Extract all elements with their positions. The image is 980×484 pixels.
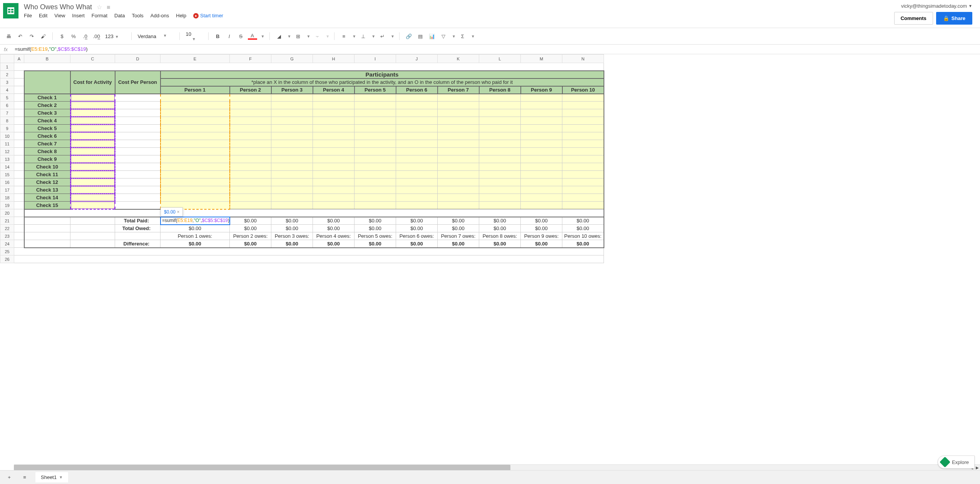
person3-cell-5[interactable] <box>271 125 313 132</box>
print-icon[interactable]: 🖶 <box>4 32 13 41</box>
person6-cell-6[interactable] <box>396 132 438 140</box>
person10-cell-11[interactable] <box>562 171 604 179</box>
cost-activity-cell-13[interactable] <box>70 186 115 194</box>
menu-view[interactable]: View <box>54 13 65 18</box>
cost-person-cell-6[interactable] <box>115 132 161 140</box>
person6-cell-15[interactable] <box>396 202 438 209</box>
person9-cell-4[interactable] <box>521 117 562 125</box>
cost-person-cell-4[interactable] <box>115 117 161 125</box>
person3-cell-9[interactable] <box>271 155 313 163</box>
person5-cell-13[interactable] <box>355 186 396 194</box>
person1-cell-11[interactable] <box>161 171 230 179</box>
person3-cell-3[interactable] <box>271 109 313 117</box>
person10-cell-2[interactable] <box>562 102 604 109</box>
person2-cell-15[interactable] <box>230 202 271 209</box>
difference-person-5[interactable]: $0.00 <box>355 240 396 248</box>
total-owed-person-10[interactable]: $0.00 <box>562 225 604 232</box>
person5-cell-1[interactable] <box>355 94 396 102</box>
col-header-M[interactable]: M <box>521 55 562 63</box>
person7-cell-3[interactable] <box>438 109 479 117</box>
cost-person-cell-2[interactable] <box>115 102 161 109</box>
person4-cell-15[interactable] <box>313 202 355 209</box>
font-select[interactable]: Verdana▼ <box>136 33 175 40</box>
row-header-11[interactable]: 11 <box>0 140 14 148</box>
col-header-N[interactable]: N <box>562 55 604 63</box>
total-owed-person-6[interactable]: $0.00 <box>396 225 438 232</box>
difference-person-3[interactable]: $0.00 <box>271 240 313 248</box>
person5-cell-9[interactable] <box>355 155 396 163</box>
col-header-H[interactable]: H <box>313 55 355 63</box>
decrease-decimal-icon[interactable]: .0̲ <box>80 32 90 41</box>
person10-cell-13[interactable] <box>562 186 604 194</box>
text-color-dropdown[interactable]: ▼ <box>261 34 265 38</box>
person8-cell-6[interactable] <box>479 132 521 140</box>
row-header-8[interactable]: 8 <box>0 117 14 125</box>
person7-cell-12[interactable] <box>438 179 479 186</box>
valign-icon[interactable]: ⊥ <box>358 32 368 41</box>
filter-icon[interactable]: ▽ <box>439 32 448 41</box>
person3-cell-7[interactable] <box>271 140 313 148</box>
person2-cell-13[interactable] <box>230 186 271 194</box>
person2-cell-9[interactable] <box>230 155 271 163</box>
total-owed-person-4[interactable]: $0.00 <box>313 225 355 232</box>
col-header-L[interactable]: L <box>479 55 521 63</box>
col-header-B[interactable]: B <box>24 55 70 63</box>
person4-cell-4[interactable] <box>313 117 355 125</box>
person7-cell-9[interactable] <box>438 155 479 163</box>
percent-icon[interactable]: % <box>69 32 78 41</box>
person8-cell-13[interactable] <box>479 186 521 194</box>
total-paid-person-8[interactable]: $0.00 <box>479 217 521 225</box>
person6-cell-13[interactable] <box>396 186 438 194</box>
person1-cell-8[interactable] <box>161 148 230 155</box>
chart-icon[interactable]: 📊 <box>427 32 436 41</box>
person1-cell-7[interactable] <box>161 140 230 148</box>
person9-cell-9[interactable] <box>521 155 562 163</box>
redo-icon[interactable]: ↷ <box>27 32 36 41</box>
folder-icon[interactable]: ■ <box>107 4 110 11</box>
person4-cell-10[interactable] <box>313 163 355 171</box>
person6-cell-9[interactable] <box>396 155 438 163</box>
text-color-icon[interactable]: A <box>248 33 257 40</box>
col-header-C[interactable]: C <box>70 55 115 63</box>
person3-cell-10[interactable] <box>271 163 313 171</box>
menu-addons[interactable]: Add-ons <box>151 13 169 18</box>
comment-icon[interactable]: ▤ <box>416 32 425 41</box>
cost-person-cell-15[interactable] <box>115 202 161 209</box>
person10-cell-10[interactable] <box>562 163 604 171</box>
person10-cell-9[interactable] <box>562 155 604 163</box>
person5-cell-12[interactable] <box>355 179 396 186</box>
person4-cell-9[interactable] <box>313 155 355 163</box>
person7-cell-8[interactable] <box>438 148 479 155</box>
col-header-F[interactable]: F <box>230 55 271 63</box>
row-header-20[interactable]: 20 <box>0 209 14 217</box>
row-header-21[interactable]: 21 <box>0 217 14 225</box>
row-header-23[interactable]: 23 <box>0 232 14 240</box>
cost-activity-cell-5[interactable] <box>70 125 115 132</box>
cost-activity-cell-9[interactable] <box>70 155 115 163</box>
person1-cell-2[interactable] <box>161 102 230 109</box>
person2-cell-5[interactable] <box>230 125 271 132</box>
cost-person-cell-11[interactable] <box>115 171 161 179</box>
person4-cell-8[interactable] <box>313 148 355 155</box>
cost-person-cell-10[interactable] <box>115 163 161 171</box>
col-header-J[interactable]: J <box>396 55 438 63</box>
person7-cell-15[interactable] <box>438 202 479 209</box>
person6-cell-4[interactable] <box>396 117 438 125</box>
spreadsheet-grid[interactable]: A B C D E F G H I J K L M N 1 2 Cost for… <box>0 54 604 263</box>
col-header-K[interactable]: K <box>438 55 479 63</box>
person5-cell-10[interactable] <box>355 163 396 171</box>
person7-cell-6[interactable] <box>438 132 479 140</box>
person6-cell-8[interactable] <box>396 148 438 155</box>
person2-cell-3[interactable] <box>230 109 271 117</box>
person1-cell-4[interactable] <box>161 117 230 125</box>
person2-cell-7[interactable] <box>230 140 271 148</box>
person4-cell-12[interactable] <box>313 179 355 186</box>
person2-cell-2[interactable] <box>230 102 271 109</box>
strike-icon[interactable]: S <box>236 32 246 41</box>
person9-cell-8[interactable] <box>521 148 562 155</box>
borders-icon[interactable]: ⊞ <box>293 32 303 41</box>
cost-activity-cell-10[interactable] <box>70 163 115 171</box>
col-header-D[interactable]: D <box>115 55 161 63</box>
person4-cell-13[interactable] <box>313 186 355 194</box>
person5-cell-7[interactable] <box>355 140 396 148</box>
